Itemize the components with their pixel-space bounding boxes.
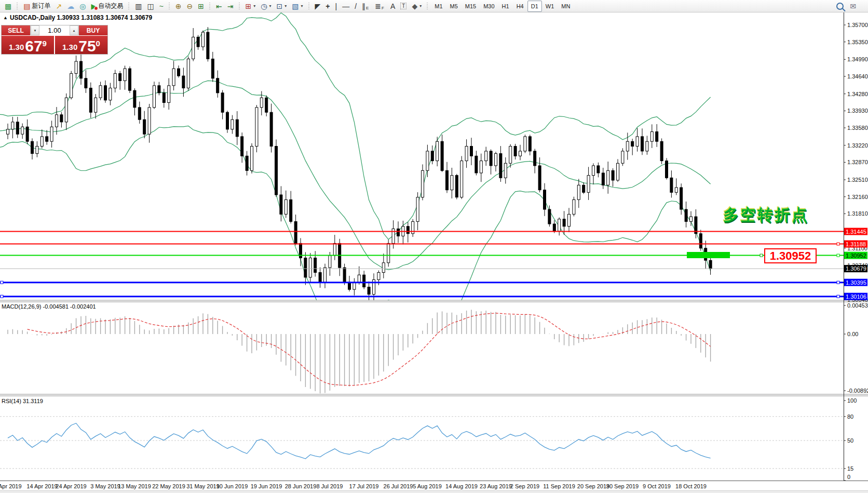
one-click-trading-panel: SELL ▼ 1.00 ▲ BUY 1.30679 1.30750 <box>1 25 108 55</box>
buy-price-button[interactable]: 1.30750 <box>55 36 107 54</box>
symbol-ohlc-text: USDCAD-,Daily 1.30933 1.31083 1.30674 1.… <box>10 14 152 21</box>
svg-text:18 Oct 2019: 18 Oct 2019 <box>675 483 707 489</box>
svg-text:1.32160: 1.32160 <box>847 194 868 200</box>
svg-text:13 May 2019: 13 May 2019 <box>118 483 151 489</box>
date-axis[interactable]: 4 Apr 201914 Apr 201924 Apr 20193 May 20… <box>0 483 707 489</box>
hline-handle[interactable] <box>837 254 839 257</box>
price-axis-labels: 1.357001.353501.349901.346401.342801.339… <box>844 22 868 303</box>
volume-increase-button[interactable]: ▲ <box>70 25 78 35</box>
svg-text:24 Apr 2019: 24 Apr 2019 <box>56 483 86 489</box>
svg-text:1.34990: 1.34990 <box>847 56 868 62</box>
svg-text:1.31188: 1.31188 <box>846 241 866 247</box>
svg-text:19 Jun 2019: 19 Jun 2019 <box>251 483 282 489</box>
green-line-handle[interactable] <box>760 254 763 257</box>
svg-text:2 Sep 2019: 2 Sep 2019 <box>510 483 539 489</box>
svg-text:26 Jul 2019: 26 Jul 2019 <box>384 483 413 489</box>
svg-text:9 Oct 2019: 9 Oct 2019 <box>643 483 671 489</box>
svg-text:5 Aug 2019: 5 Aug 2019 <box>413 483 442 489</box>
svg-text:1.35350: 1.35350 <box>847 39 868 45</box>
rsi-indicator-label: RSI(14) 31.3119 <box>2 398 43 404</box>
rsi-layer <box>0 417 844 469</box>
svg-text:22 May 2019: 22 May 2019 <box>152 483 185 489</box>
macd-indicator-label: MACD(12,26,9) -0.004581 -0.002401 <box>2 303 96 310</box>
rsi-axis-label: 0 <box>847 474 850 480</box>
green-zone-annotation[interactable] <box>687 252 730 258</box>
sell-button[interactable]: SELL <box>2 25 30 35</box>
mt4-window: ▩▤新订单↗☁◎▶自动交易▥◫~⊕⊖⊞⇤⇥⊞▾◷▾⊡▾▧▾◤+|—/∥E≣FAT… <box>0 0 868 493</box>
sell-price-base: 1.30 <box>9 42 24 53</box>
svg-text:1.32870: 1.32870 <box>847 159 868 165</box>
rsi-line <box>8 423 711 459</box>
hline-handle[interactable] <box>837 295 839 298</box>
svg-text:4 Apr 2019: 4 Apr 2019 <box>0 483 22 489</box>
candles-layer <box>7 27 712 301</box>
window-bottom-edge <box>0 490 868 493</box>
svg-text:31 May 2019: 31 May 2019 <box>186 483 220 489</box>
hline-handle[interactable] <box>837 243 839 245</box>
buy-price-point: 0 <box>96 39 100 48</box>
svg-text:1.34280: 1.34280 <box>847 91 868 97</box>
macd-axis-label: 0.004533 <box>847 302 868 309</box>
svg-text:1.32510: 1.32510 <box>847 177 868 183</box>
volume-stepper: ▼ 1.00 ▲ <box>30 25 79 35</box>
hline-handle[interactable] <box>1 295 3 298</box>
sell-price-pips: 67 <box>25 39 42 53</box>
hline-handle[interactable] <box>837 281 839 284</box>
svg-text:28 Jun 2019: 28 Jun 2019 <box>285 483 317 489</box>
macd-axis-label: 0.00 <box>847 331 858 337</box>
turning-point-annotation[interactable]: 多空转折点 <box>723 205 809 226</box>
svg-text:23 Aug 2019: 23 Aug 2019 <box>480 483 512 489</box>
rsi-axis-label: 15 <box>847 465 853 472</box>
svg-text:8 Jul 2019: 8 Jul 2019 <box>317 483 343 489</box>
svg-text:1.31810: 1.31810 <box>847 210 868 217</box>
svg-text:1.34640: 1.34640 <box>847 73 868 79</box>
rsi-axis-label: 50 <box>847 437 853 444</box>
svg-text:1.33220: 1.33220 <box>847 142 868 149</box>
chart-canvas[interactable]: 1.357001.353501.349901.346401.342801.339… <box>0 0 868 493</box>
svg-text:1.35700: 1.35700 <box>847 22 868 28</box>
buy-price-base: 1.30 <box>62 42 77 53</box>
buy-button[interactable]: BUY <box>79 25 107 35</box>
svg-text:3 May 2019: 3 May 2019 <box>90 483 120 489</box>
svg-text:1.31445: 1.31445 <box>846 229 866 235</box>
svg-text:1.30952: 1.30952 <box>846 252 866 259</box>
hline-handle[interactable] <box>1 281 3 284</box>
bollinger-lower <box>0 126 711 346</box>
svg-text:1.30106: 1.30106 <box>846 294 866 300</box>
sell-price-point: 9 <box>43 39 47 48</box>
sell-price-button[interactable]: 1.30679 <box>2 36 54 54</box>
macd-axis-label: -0.008928 <box>847 388 868 394</box>
svg-text:1.30395: 1.30395 <box>846 279 866 286</box>
svg-text:11 Sep 2019: 11 Sep 2019 <box>543 483 575 489</box>
rsi-axis-label: 100 <box>847 397 857 404</box>
svg-text:10 Jun 2019: 10 Jun 2019 <box>216 483 248 489</box>
volume-decrease-button[interactable]: ▼ <box>31 25 39 35</box>
macd-layer <box>8 310 711 393</box>
svg-text:14 Aug 2019: 14 Aug 2019 <box>445 483 478 489</box>
svg-text:20 Sep 2019: 20 Sep 2019 <box>577 483 609 489</box>
svg-text:14 Apr 2019: 14 Apr 2019 <box>26 483 57 489</box>
buy-price-pips: 75 <box>78 39 96 53</box>
chart-title: ▲USDCAD-,Daily 1.30933 1.31083 1.30674 1… <box>3 14 152 21</box>
svg-text:17 Jul 2019: 17 Jul 2019 <box>349 483 379 489</box>
rsi-axis-label: 80 <box>847 414 853 420</box>
svg-text:30 Sep 2019: 30 Sep 2019 <box>606 483 639 489</box>
price-level-annotation[interactable]: 1.30952 <box>764 248 817 263</box>
volume-value[interactable]: 1.00 <box>39 25 70 35</box>
svg-text:1.33930: 1.33930 <box>847 108 868 114</box>
svg-text:1.33580: 1.33580 <box>847 125 868 131</box>
svg-text:1.30679: 1.30679 <box>846 265 866 272</box>
collapse-panel-icon[interactable]: ▲ <box>3 15 8 20</box>
